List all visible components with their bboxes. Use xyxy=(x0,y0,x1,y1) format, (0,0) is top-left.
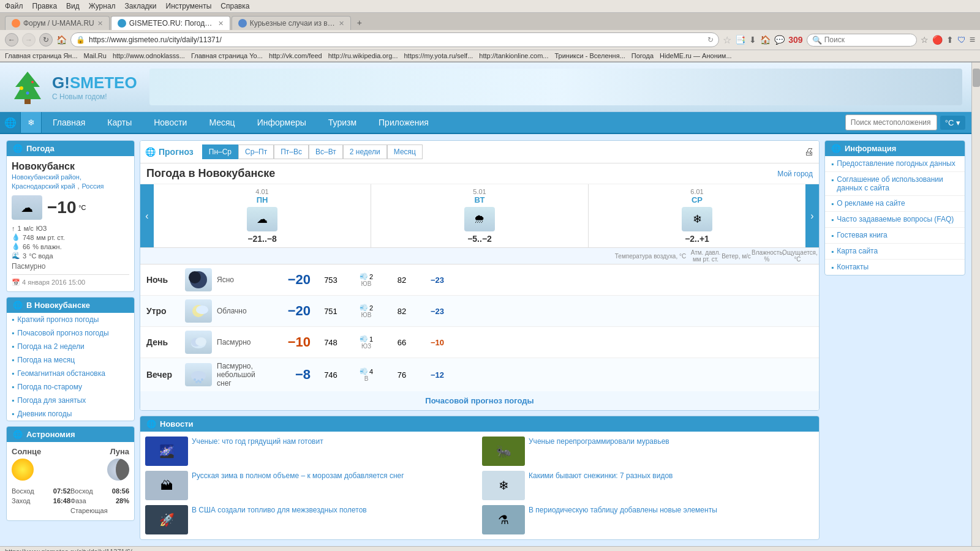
location-links-body: Краткий прогноз погоды Почасовой прогноз… xyxy=(7,313,134,421)
info-link-4[interactable]: Гостевая книга xyxy=(831,231,959,240)
nav-home[interactable]: Главная xyxy=(42,113,96,132)
news-link-3[interactable]: Какими бывают снежинки: 7 разных видов xyxy=(529,471,673,500)
link-3[interactable]: Погода на месяц xyxy=(12,356,129,364)
refresh-icon[interactable]: ↻ xyxy=(707,36,714,44)
scrollbar[interactable] xyxy=(971,62,980,546)
three-day-strip: ‹ 4.01 ПН ☁ −21..−8 5.01 ВТ 🌨 xyxy=(140,184,819,248)
news-link-1[interactable]: Ученые перепрограммировали муравьев xyxy=(529,437,669,466)
moon-icon xyxy=(107,459,129,481)
bookmark-list-icon[interactable]: 📑 xyxy=(735,35,745,45)
toolbar-icon2[interactable]: 🔴 xyxy=(932,35,943,45)
link-5[interactable]: Погода по-старому xyxy=(12,383,129,391)
bookmark-6[interactable]: https://my.yota.ru/self... xyxy=(404,52,473,59)
bookmark-star-icon[interactable]: ☆ xyxy=(723,34,731,46)
ftab-5[interactable]: Месяц xyxy=(387,144,423,159)
info-link-3[interactable]: Часто задаваемые вопросы (FAQ) xyxy=(831,215,959,224)
link-0[interactable]: Краткий прогноз погоды xyxy=(12,315,129,324)
menu-help[interactable]: Справка xyxy=(221,2,249,10)
search-input[interactable] xyxy=(824,36,898,44)
news-link-4[interactable]: В США создали топливо для межзвездных по… xyxy=(192,505,367,534)
location-search-input[interactable] xyxy=(845,114,937,130)
toolbar-icon3[interactable]: ⬆ xyxy=(946,35,954,45)
ftab-4[interactable]: 2 недели xyxy=(343,144,387,159)
weather-location: Новокубанск Новокубанский район, Краснод… xyxy=(12,161,129,190)
new-tab-button[interactable]: + xyxy=(352,15,367,30)
chat-icon[interactable]: 💬 xyxy=(774,35,785,45)
print-icon[interactable]: 🖨 xyxy=(804,146,814,157)
tab-close-0[interactable]: ✕ xyxy=(97,20,103,28)
news-link-5[interactable]: В периодическую таблицу добавлены новые … xyxy=(529,505,717,534)
day-temp-0: −21..−8 xyxy=(156,234,368,244)
link-6[interactable]: Погода для занятых xyxy=(12,396,129,405)
bookmark-3[interactable]: Главная страница Yo... xyxy=(191,52,263,59)
news-link-2[interactable]: Русская зима в полном объеме – к морозам… xyxy=(192,471,404,500)
ftab-0[interactable]: Пн–Ср xyxy=(202,144,238,159)
news-img-5: ⚗ xyxy=(482,505,525,534)
link-2[interactable]: Погода на 2 недели xyxy=(12,342,129,351)
info-item-2: О рекламе на сайте xyxy=(825,196,965,212)
nav-month[interactable]: Месяц xyxy=(198,113,246,132)
night-pressure: 753 xyxy=(315,276,346,285)
info-link-1[interactable]: Соглашение об использовании данных с сай… xyxy=(831,175,959,192)
nav-widgets[interactable]: Информеры xyxy=(246,113,317,132)
menu-bookmarks[interactable]: Закладки xyxy=(125,2,157,10)
nav-tourism[interactable]: Туризм xyxy=(317,113,368,132)
avatar-icon[interactable]: 309 xyxy=(788,35,802,45)
bookmark-5[interactable]: http://ru.wikipedia.org... xyxy=(328,52,398,59)
hourly-forecast-link[interactable]: Почасовой прогноз погоды xyxy=(425,396,533,405)
bookmark-1[interactable]: Mail.Ru xyxy=(84,52,107,59)
country-link[interactable]: Россия xyxy=(81,182,104,190)
bookmark-0[interactable]: Главная страница Ян... xyxy=(5,52,78,59)
tab-1[interactable]: GISMETEO.RU: Погода в Н... ✕ xyxy=(111,16,230,30)
nav-apps[interactable]: Приложения xyxy=(368,113,440,132)
tab-close-1[interactable]: ✕ xyxy=(218,20,224,28)
toolbar-icon4[interactable]: 🛡 xyxy=(957,35,966,45)
menu-journal[interactable]: Журнал xyxy=(89,2,116,10)
my-city-link[interactable]: Мой город xyxy=(777,170,813,178)
news-link-0[interactable]: Ученые: что год грядущий нам готовит xyxy=(192,437,323,466)
forward-button[interactable]: → xyxy=(22,33,36,47)
download-icon[interactable]: ⬇ xyxy=(749,35,756,45)
bookmark-10[interactable]: HideME.ru — Аноним... xyxy=(660,52,732,59)
region-link[interactable]: Новокубанский район, xyxy=(12,173,81,181)
info-link-2[interactable]: О рекламе на сайте xyxy=(831,199,959,208)
tab-0[interactable]: Форум / U-MAMA.RU ✕ xyxy=(5,16,110,30)
bookmark-9[interactable]: Погода xyxy=(631,52,654,59)
info-link-6[interactable]: Контакты xyxy=(831,263,959,272)
menu-file[interactable]: Файл xyxy=(5,2,23,10)
tab-close-2[interactable]: ✕ xyxy=(339,20,344,28)
evening-wind-icon: 💨 xyxy=(360,367,368,375)
bookmark-8[interactable]: Триникси - Вселення... xyxy=(554,52,625,59)
info-link-5[interactable]: Карта сайта xyxy=(831,247,959,256)
prev-day-button[interactable]: ‹ xyxy=(140,184,154,247)
day-name-2: СР xyxy=(591,195,803,204)
toolbar-icon5[interactable]: ≡ xyxy=(970,34,975,45)
nav-news[interactable]: Новости xyxy=(143,113,198,132)
next-day-button[interactable]: › xyxy=(805,184,819,247)
home-button[interactable]: 🏠 xyxy=(56,35,67,45)
ftab-3[interactable]: Вс–Вт xyxy=(309,144,343,159)
toolbar-icon1[interactable]: ☆ xyxy=(921,35,929,45)
bookmark-4[interactable]: http://vk.com/feed xyxy=(269,52,322,59)
back-button[interactable]: ← xyxy=(5,33,18,47)
link-7[interactable]: Дневник погоды xyxy=(12,410,129,418)
menu-tools[interactable]: Инструменты xyxy=(166,2,212,10)
url-text[interactable]: https://www.gismeteo.ru/city/daily/11371… xyxy=(89,36,704,44)
ftab-2[interactable]: Пт–Вс xyxy=(274,144,309,159)
nav-globe-icon[interactable]: 🌐 xyxy=(0,112,21,133)
nav-snow-icon[interactable]: ❄ xyxy=(21,112,42,133)
link-1[interactable]: Почасовой прогноз погоды xyxy=(12,329,129,337)
menu-view[interactable]: Вид xyxy=(66,2,80,10)
nav-maps[interactable]: Карты xyxy=(96,113,143,132)
oblast-link[interactable]: Краснодарский край xyxy=(12,182,75,190)
ftab-1[interactable]: Ср–Пт xyxy=(238,144,274,159)
info-link-0[interactable]: Предоставление погодных данных xyxy=(831,159,959,168)
bookmark-2[interactable]: http://www.odnoklasss... xyxy=(113,52,185,59)
link-4[interactable]: Геомагнитная обстановка xyxy=(12,369,129,378)
menu-edit[interactable]: Правка xyxy=(32,2,58,10)
tab-2[interactable]: Курьезные случаи из вра... ✕ xyxy=(232,16,351,30)
bookmark-7[interactable]: http://tankionline.com... xyxy=(479,52,548,59)
temp-unit-selector[interactable]: °C ▾ xyxy=(940,116,965,130)
home-icon2[interactable]: 🏠 xyxy=(760,35,771,45)
reload-button[interactable]: ↻ xyxy=(39,33,53,47)
